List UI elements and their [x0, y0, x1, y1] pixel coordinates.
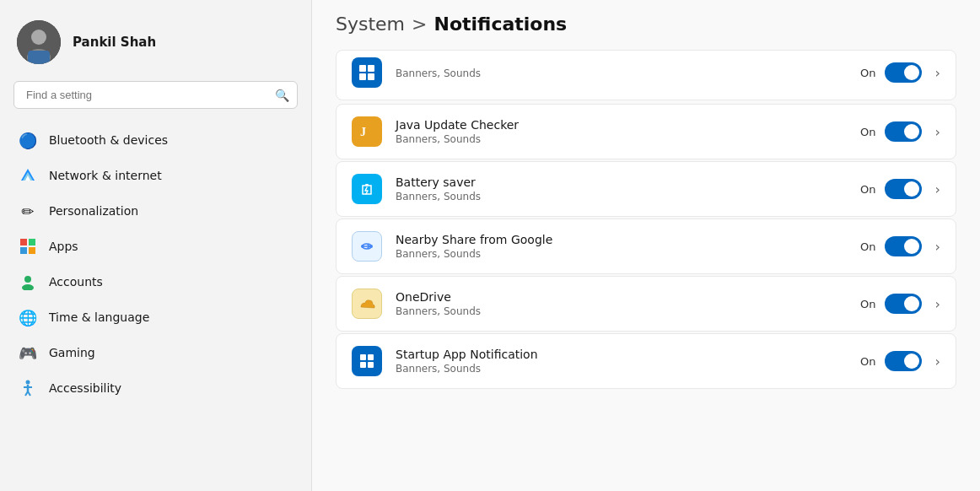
svg-point-27 [361, 245, 364, 248]
svg-point-13 [26, 380, 30, 385]
breadcrumb: System > Notifications [336, 13, 956, 35]
toggle-knob-partial [904, 65, 919, 80]
chevron-icon-startup: › [935, 353, 940, 370]
network-icon [19, 166, 37, 185]
main-content: System > Notifications Banners, Sounds O… [312, 0, 980, 491]
toggle-nearby[interactable] [885, 236, 922, 256]
toggle-knob-onedrive [904, 296, 919, 311]
app-sub-battery: Banners, Sounds [396, 191, 847, 202]
accounts-icon [19, 272, 37, 291]
chevron-icon-partial: › [935, 65, 940, 81]
chevron-icon-java: › [935, 124, 940, 140]
app-info-nearby: Nearby Share from Google Banners, Sounds [396, 233, 847, 260]
search-input[interactable] [13, 81, 298, 109]
toggle-area-startup: On › [860, 351, 940, 371]
sidebar-item-label: Personalization [49, 204, 138, 218]
app-sub-onedrive: Banners, Sounds [396, 305, 847, 317]
sidebar-item-label: Accessibility [49, 381, 121, 395]
svg-rect-33 [368, 354, 374, 360]
svg-rect-19 [368, 65, 374, 72]
notification-item-startup[interactable]: Startup App Notification Banners, Sounds… [336, 333, 956, 389]
svg-rect-31 [357, 351, 377, 371]
svg-point-11 [24, 276, 31, 283]
app-info-java: Java Update Checker Banners, Sounds [396, 118, 847, 145]
app-icon-partial [352, 57, 382, 88]
notification-item-java[interactable]: J Java Update Checker Banners, Sounds On… [336, 104, 956, 159]
toggle-status-java: On [860, 126, 875, 138]
toggle-area-nearby: On › [860, 236, 940, 256]
app-sub-startup: Banners, Sounds [396, 363, 847, 375]
gaming-icon: 🎮 [19, 343, 37, 362]
sidebar-item-label: Time & language [49, 310, 149, 324]
toggle-status-partial: On [860, 67, 875, 79]
toggle-knob-java [904, 124, 919, 139]
app-sub-partial: Banners, Sounds [396, 67, 847, 79]
avatar [17, 20, 61, 64]
notification-list: Banners, Sounds On › J Java Update Check… [336, 50, 956, 389]
user-name: Pankil Shah [73, 35, 156, 50]
svg-rect-25 [365, 184, 369, 186]
svg-rect-24 [357, 179, 377, 199]
sidebar-item-gaming[interactable]: 🎮 Gaming [7, 335, 304, 370]
toggle-area-java: On › [860, 121, 940, 142]
svg-rect-21 [368, 73, 374, 80]
search-bar: 🔍 [13, 81, 298, 109]
user-profile: Pankil Shah [0, 10, 311, 81]
chevron-icon-nearby: › [935, 239, 940, 255]
sidebar-item-label: Gaming [49, 346, 95, 359]
toggle-area-onedrive: On › [860, 294, 940, 314]
chevron-icon-onedrive: › [935, 296, 940, 312]
chevron-icon-battery: › [935, 181, 940, 197]
toggle-partial[interactable] [885, 62, 922, 83]
toggle-knob-nearby [904, 239, 919, 254]
toggle-java[interactable] [885, 121, 922, 142]
svg-point-1 [31, 30, 46, 45]
sidebar-item-apps[interactable]: Apps [7, 229, 304, 264]
app-icon-onedrive [352, 289, 382, 319]
toggle-status-nearby: On [860, 240, 875, 253]
sidebar-item-personalization[interactable]: ✏️ Personalization [7, 193, 304, 229]
notification-item-onedrive[interactable]: OneDrive Banners, Sounds On › [336, 276, 956, 332]
notification-item-nearby[interactable]: Nearby Share from Google Banners, Sounds… [336, 219, 956, 274]
sidebar-item-bluetooth[interactable]: 🔵 Bluetooth & devices [7, 122, 304, 158]
toggle-area-partial: On › [860, 62, 940, 83]
toggle-area-battery: On › [860, 179, 940, 199]
app-name-nearby: Nearby Share from Google [396, 233, 847, 246]
app-sub-java: Banners, Sounds [396, 133, 847, 145]
svg-rect-7 [20, 239, 27, 246]
apps-icon [19, 237, 37, 256]
sidebar-item-label: Network & internet [49, 169, 162, 182]
app-info-onedrive: OneDrive Banners, Sounds [396, 290, 847, 317]
toggle-knob-battery [904, 181, 919, 197]
sidebar-item-accessibility[interactable]: Accessibility [7, 370, 304, 406]
app-info-partial: Banners, Sounds [396, 66, 847, 79]
notification-item-battery[interactable]: Battery saver Banners, Sounds On › [336, 161, 956, 217]
breadcrumb-separator: > [412, 13, 427, 35]
svg-rect-34 [360, 362, 366, 368]
app-icon-startup [352, 346, 382, 376]
sidebar-item-accounts[interactable]: Accounts [7, 264, 304, 299]
breadcrumb-current: Notifications [433, 13, 567, 35]
svg-text:J: J [360, 126, 366, 138]
svg-rect-9 [20, 247, 27, 254]
sidebar-item-label: Accounts [49, 275, 103, 289]
app-info-battery: Battery saver Banners, Sounds [396, 175, 847, 202]
svg-rect-3 [28, 51, 50, 64]
sidebar-item-label: Bluetooth & devices [49, 133, 168, 147]
notification-item-partial[interactable]: Banners, Sounds On › [336, 50, 956, 100]
sidebar-item-time[interactable]: 🌐 Time & language [7, 299, 304, 335]
app-sub-nearby: Banners, Sounds [396, 248, 847, 260]
svg-rect-35 [368, 362, 374, 368]
app-icon-java: J [352, 116, 382, 147]
sidebar-item-network[interactable]: Network & internet [7, 158, 304, 193]
sidebar: Pankil Shah 🔍 🔵 Bluetooth & devices Netw… [0, 0, 312, 491]
nav-list: 🔵 Bluetooth & devices Network & internet… [0, 122, 311, 406]
toggle-onedrive[interactable] [885, 294, 922, 314]
toggle-knob-startup [904, 353, 919, 369]
toggle-battery[interactable] [885, 179, 922, 199]
svg-rect-8 [29, 239, 35, 246]
svg-line-17 [28, 391, 30, 396]
toggle-status-onedrive: On [860, 298, 875, 310]
toggle-startup[interactable] [885, 351, 922, 371]
app-icon-nearby [352, 231, 382, 262]
